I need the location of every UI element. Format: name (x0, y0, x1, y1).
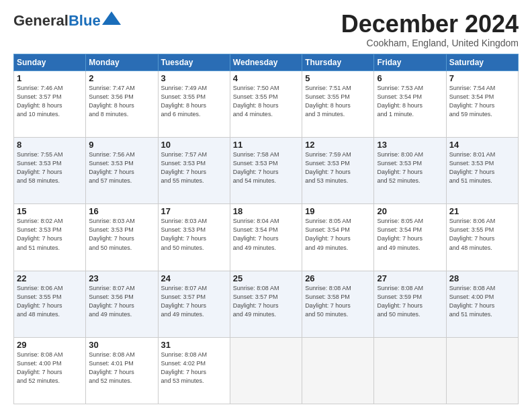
month-title: December 2024 (341, 12, 519, 36)
logo-general: General (13, 12, 69, 30)
table-row: 27Sunrise: 8:08 AM Sunset: 3:59 PM Dayli… (374, 271, 446, 337)
header: GeneralBlue December 2024 Cookham, Engla… (13, 12, 519, 48)
col-wednesday: Wednesday (230, 54, 302, 71)
day-number: 27 (377, 273, 443, 283)
calendar-week-row: 22Sunrise: 8:06 AM Sunset: 3:55 PM Dayli… (14, 271, 519, 337)
table-row (446, 337, 518, 404)
table-row: 13Sunrise: 8:00 AM Sunset: 3:53 PM Dayli… (374, 138, 446, 204)
day-number: 26 (305, 273, 371, 283)
day-number: 7 (449, 73, 515, 83)
day-info: Sunrise: 8:05 AM Sunset: 3:54 PM Dayligh… (305, 217, 371, 252)
day-info: Sunrise: 8:08 AM Sunset: 3:59 PM Dayligh… (377, 284, 443, 319)
table-row (374, 337, 446, 404)
table-row: 30Sunrise: 8:08 AM Sunset: 4:01 PM Dayli… (86, 337, 158, 404)
day-number: 10 (161, 140, 227, 150)
table-row: 4Sunrise: 7:50 AM Sunset: 3:55 PM Daylig… (230, 71, 302, 138)
day-number: 19 (305, 206, 371, 216)
day-info: Sunrise: 8:04 AM Sunset: 3:54 PM Dayligh… (233, 217, 299, 252)
day-info: Sunrise: 8:08 AM Sunset: 4:01 PM Dayligh… (89, 351, 154, 385)
day-info: Sunrise: 8:06 AM Sunset: 3:55 PM Dayligh… (449, 217, 515, 252)
table-row: 7Sunrise: 7:54 AM Sunset: 3:54 PM Daylig… (446, 71, 518, 138)
table-row: 19Sunrise: 8:05 AM Sunset: 3:54 PM Dayli… (302, 204, 374, 271)
table-row: 26Sunrise: 8:08 AM Sunset: 3:58 PM Dayli… (302, 271, 374, 337)
day-number: 5 (305, 73, 371, 83)
day-info: Sunrise: 8:08 AM Sunset: 4:02 PM Dayligh… (161, 351, 227, 385)
col-thursday: Thursday (302, 54, 374, 71)
day-info: Sunrise: 7:46 AM Sunset: 3:57 PM Dayligh… (17, 84, 83, 119)
day-number: 28 (449, 273, 515, 283)
col-saturday: Saturday (446, 54, 518, 71)
table-row: 28Sunrise: 8:08 AM Sunset: 4:00 PM Dayli… (446, 271, 518, 337)
day-number: 11 (233, 140, 299, 150)
table-row: 22Sunrise: 8:06 AM Sunset: 3:55 PM Dayli… (14, 271, 86, 337)
table-row: 29Sunrise: 8:08 AM Sunset: 4:00 PM Dayli… (14, 337, 86, 404)
col-friday: Friday (374, 54, 446, 71)
day-info: Sunrise: 7:51 AM Sunset: 3:55 PM Dayligh… (305, 84, 371, 119)
table-row: 10Sunrise: 7:57 AM Sunset: 3:53 PM Dayli… (158, 138, 230, 204)
title-block: December 2024 Cookham, England, United K… (341, 12, 519, 48)
table-row: 31Sunrise: 8:08 AM Sunset: 4:02 PM Dayli… (158, 337, 230, 404)
day-number: 24 (161, 273, 227, 283)
day-number: 4 (233, 73, 299, 83)
logo: GeneralBlue (13, 12, 121, 30)
location: Cookham, England, United Kingdom (341, 38, 519, 48)
day-number: 25 (233, 273, 299, 283)
logo-icon (102, 11, 121, 25)
table-row: 14Sunrise: 8:01 AM Sunset: 3:53 PM Dayli… (446, 138, 518, 204)
day-number: 9 (89, 140, 154, 150)
day-info: Sunrise: 8:00 AM Sunset: 3:53 PM Dayligh… (377, 150, 443, 185)
day-info: Sunrise: 8:05 AM Sunset: 3:54 PM Dayligh… (377, 217, 443, 252)
day-number: 17 (161, 206, 227, 216)
day-number: 6 (377, 73, 443, 83)
day-number: 8 (17, 140, 83, 150)
day-number: 12 (305, 140, 371, 150)
table-row: 23Sunrise: 8:07 AM Sunset: 3:56 PM Dayli… (86, 271, 158, 337)
day-info: Sunrise: 7:57 AM Sunset: 3:53 PM Dayligh… (161, 150, 227, 185)
day-number: 13 (377, 140, 443, 150)
day-info: Sunrise: 7:56 AM Sunset: 3:53 PM Dayligh… (89, 150, 154, 185)
table-row: 9Sunrise: 7:56 AM Sunset: 3:53 PM Daylig… (86, 138, 158, 204)
table-row: 5Sunrise: 7:51 AM Sunset: 3:55 PM Daylig… (302, 71, 374, 138)
day-info: Sunrise: 8:02 AM Sunset: 3:53 PM Dayligh… (17, 217, 83, 252)
day-number: 15 (17, 206, 83, 216)
day-number: 3 (161, 73, 227, 83)
table-row: 2Sunrise: 7:47 AM Sunset: 3:56 PM Daylig… (86, 71, 158, 138)
day-info: Sunrise: 8:08 AM Sunset: 3:57 PM Dayligh… (233, 284, 299, 319)
day-info: Sunrise: 7:55 AM Sunset: 3:53 PM Dayligh… (17, 150, 83, 185)
table-row: 25Sunrise: 8:08 AM Sunset: 3:57 PM Dayli… (230, 271, 302, 337)
day-number: 16 (89, 206, 154, 216)
table-row: 8Sunrise: 7:55 AM Sunset: 3:53 PM Daylig… (14, 138, 86, 204)
day-info: Sunrise: 8:07 AM Sunset: 3:57 PM Dayligh… (161, 284, 227, 319)
table-row: 20Sunrise: 8:05 AM Sunset: 3:54 PM Dayli… (374, 204, 446, 271)
day-number: 29 (17, 340, 83, 350)
calendar-week-row: 8Sunrise: 7:55 AM Sunset: 3:53 PM Daylig… (14, 138, 519, 204)
table-row: 18Sunrise: 8:04 AM Sunset: 3:54 PM Dayli… (230, 204, 302, 271)
table-row (302, 337, 374, 404)
day-info: Sunrise: 8:08 AM Sunset: 4:00 PM Dayligh… (449, 284, 515, 319)
day-number: 30 (89, 340, 154, 350)
logo-blue: Blue (69, 12, 101, 30)
day-number: 22 (17, 273, 83, 283)
day-number: 1 (17, 73, 83, 83)
table-row: 16Sunrise: 8:03 AM Sunset: 3:53 PM Dayli… (86, 204, 158, 271)
day-info: Sunrise: 7:50 AM Sunset: 3:55 PM Dayligh… (233, 84, 299, 119)
day-number: 21 (449, 206, 515, 216)
day-number: 14 (449, 140, 515, 150)
day-info: Sunrise: 7:49 AM Sunset: 3:55 PM Dayligh… (161, 84, 227, 119)
col-sunday: Sunday (14, 54, 86, 71)
day-info: Sunrise: 7:59 AM Sunset: 3:53 PM Dayligh… (305, 150, 371, 185)
calendar-table: Sunday Monday Tuesday Wednesday Thursday… (13, 54, 519, 404)
day-info: Sunrise: 8:06 AM Sunset: 3:55 PM Dayligh… (17, 284, 83, 319)
table-row: 17Sunrise: 8:03 AM Sunset: 3:53 PM Dayli… (158, 204, 230, 271)
day-info: Sunrise: 7:47 AM Sunset: 3:56 PM Dayligh… (89, 84, 154, 119)
day-number: 23 (89, 273, 154, 283)
table-row: 6Sunrise: 7:53 AM Sunset: 3:54 PM Daylig… (374, 71, 446, 138)
day-info: Sunrise: 8:03 AM Sunset: 3:53 PM Dayligh… (89, 217, 154, 252)
calendar-header-row: Sunday Monday Tuesday Wednesday Thursday… (14, 54, 519, 71)
day-info: Sunrise: 8:03 AM Sunset: 3:53 PM Dayligh… (161, 217, 227, 252)
col-monday: Monday (86, 54, 158, 71)
day-info: Sunrise: 8:01 AM Sunset: 3:53 PM Dayligh… (449, 150, 515, 185)
table-row: 3Sunrise: 7:49 AM Sunset: 3:55 PM Daylig… (158, 71, 230, 138)
day-info: Sunrise: 7:54 AM Sunset: 3:54 PM Dayligh… (449, 84, 515, 119)
day-info: Sunrise: 8:08 AM Sunset: 4:00 PM Dayligh… (17, 351, 83, 385)
